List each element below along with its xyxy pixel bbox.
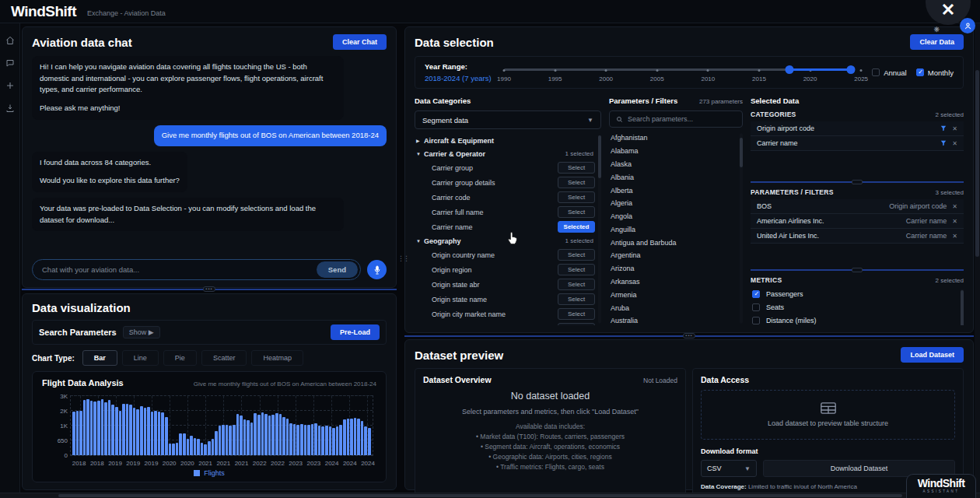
parameter-item[interactable]: Argentina <box>609 249 737 262</box>
chart-bar[interactable] <box>72 412 75 455</box>
chart-bar[interactable] <box>169 444 172 455</box>
category-group[interactable]: ▼Carrier & Operator1 selected <box>415 147 595 160</box>
horizontal-scrollbar[interactable] <box>0 493 980 498</box>
chart-bar[interactable] <box>254 413 257 455</box>
microphone-button[interactable] <box>367 260 387 279</box>
chart-bar[interactable] <box>97 401 100 455</box>
chart-type-tab-heatmap[interactable]: Heatmap <box>251 350 303 366</box>
chart-bar[interactable] <box>158 412 161 455</box>
chart-type-tab-bar[interactable]: Bar <box>82 350 117 366</box>
chart-bar[interactable] <box>194 438 197 456</box>
user-avatar[interactable] <box>960 18 975 33</box>
category-select-button[interactable]: Select <box>558 177 595 188</box>
chart-bar[interactable] <box>329 426 332 456</box>
chart-bar[interactable] <box>108 400 111 455</box>
chart-bar[interactable] <box>176 443 179 455</box>
metric-checkbox[interactable] <box>752 290 760 298</box>
parameter-item[interactable]: Aruba <box>609 301 737 314</box>
chart-bar[interactable] <box>111 405 114 455</box>
chart-bar[interactable] <box>357 419 360 455</box>
chart-bar[interactable] <box>311 424 314 455</box>
remove-icon[interactable]: ✕ <box>952 218 957 225</box>
slider-handle-start[interactable] <box>786 65 794 74</box>
category-tree-scrollbar[interactable] <box>598 135 601 324</box>
category-select-button[interactable]: Select <box>558 293 595 305</box>
chart-bar[interactable] <box>190 436 193 455</box>
chart-bar[interactable] <box>119 411 122 455</box>
chart-bar[interactable] <box>229 426 232 455</box>
chart-bar[interactable] <box>208 441 211 455</box>
chart-bar[interactable] <box>368 428 371 455</box>
chart-bar[interactable] <box>140 406 143 455</box>
chart-bar[interactable] <box>296 425 299 455</box>
category-group[interactable]: ▼Geography1 selected <box>415 234 595 247</box>
category-group[interactable]: ▶Aircraft & Equipment <box>415 134 595 147</box>
chart-bar[interactable] <box>115 407 118 455</box>
chart-bar[interactable] <box>222 425 225 455</box>
parameter-item[interactable]: Alabama <box>609 145 737 158</box>
chart-bar[interactable] <box>79 411 82 455</box>
chart-bar[interactable] <box>282 417 285 455</box>
filter-icon[interactable] <box>940 140 947 146</box>
chart-bar[interactable] <box>321 426 324 456</box>
parameter-item[interactable]: Afghanistan <box>609 132 737 145</box>
clear-data-button[interactable]: Clear Data <box>910 34 964 50</box>
chart-bar[interactable] <box>268 416 271 455</box>
metric-row[interactable]: Distance (miles) <box>751 314 957 325</box>
chart-bar[interactable] <box>243 419 247 455</box>
parameter-item[interactable]: Albania <box>609 170 737 184</box>
chat-input[interactable] <box>42 265 317 274</box>
chart-bar[interactable] <box>286 419 289 455</box>
chart-bar[interactable] <box>86 399 89 455</box>
chart-bar[interactable] <box>161 412 164 455</box>
chart-bar[interactable] <box>339 425 342 455</box>
filters-metrics-divider[interactable] <box>751 269 964 271</box>
parameter-item[interactable]: Angola <box>609 210 737 223</box>
chart-bar[interactable] <box>147 407 150 455</box>
chart-bar[interactable] <box>151 412 154 455</box>
category-select-button[interactable]: Select <box>558 162 595 174</box>
chart-bar[interactable] <box>197 439 200 455</box>
download-icon[interactable] <box>5 103 15 113</box>
show-parameters-button[interactable]: Show ▶ <box>123 326 160 338</box>
chart-bar[interactable] <box>215 431 218 455</box>
remove-icon[interactable]: ✕ <box>952 140 957 147</box>
categories-filters-divider[interactable] <box>751 181 964 183</box>
metric-checkbox[interactable] <box>752 303 760 311</box>
monthly-option[interactable]: Monthly <box>916 68 954 77</box>
chart-bar[interactable] <box>104 402 107 455</box>
chart-bar[interactable] <box>240 416 243 455</box>
chart-bar[interactable] <box>126 404 129 455</box>
metric-checkbox[interactable] <box>752 317 760 324</box>
annual-option[interactable]: Annual <box>872 68 907 77</box>
category-select-button[interactable]: Select <box>558 249 595 261</box>
parameter-search[interactable]: Search parameters... <box>609 110 743 128</box>
category-select-button[interactable]: Selected <box>558 221 595 233</box>
chart-bar[interactable] <box>257 415 261 456</box>
parameter-item[interactable]: Alberta <box>609 184 737 197</box>
column-resize-handle[interactable]: ⋮⋮ <box>397 254 408 262</box>
parameter-item[interactable]: Australia <box>609 314 737 325</box>
chart-bar[interactable] <box>212 439 215 455</box>
chart-bar[interactable] <box>201 443 204 455</box>
chart-bar[interactable] <box>325 426 328 455</box>
chart-bar[interactable] <box>172 444 175 455</box>
plus-icon[interactable] <box>5 81 15 90</box>
remove-icon[interactable]: ✕ <box>952 233 957 240</box>
chart-bar[interactable] <box>364 426 367 456</box>
chart-bar[interactable] <box>279 414 282 455</box>
chart-bar[interactable] <box>264 414 268 455</box>
vertical-scrollbar[interactable] <box>975 23 980 493</box>
format-select[interactable]: CSV ▼ <box>701 460 757 477</box>
category-select-button[interactable]: Select <box>558 279 595 290</box>
chart-type-tab-scatter[interactable]: Scatter <box>201 350 247 366</box>
remove-icon[interactable]: ✕ <box>952 203 957 210</box>
chart-bar[interactable] <box>154 411 157 455</box>
chart-bar[interactable] <box>275 413 278 455</box>
chart-bar[interactable] <box>165 417 168 455</box>
chart-bar[interactable] <box>187 439 190 455</box>
chart-bar[interactable] <box>129 405 132 455</box>
chart-type-tab-pie[interactable]: Pie <box>163 350 197 366</box>
chart-bar[interactable] <box>233 425 236 455</box>
parameter-item[interactable]: Armenia <box>609 288 737 301</box>
